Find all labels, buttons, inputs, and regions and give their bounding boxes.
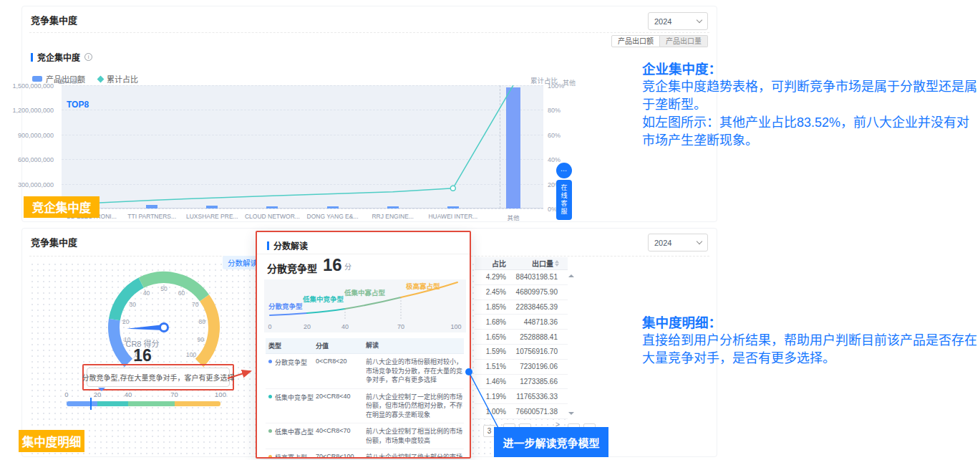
annotation-body: 直接给到用户分析结果，帮助用户判断目前该产品是否存在大量竞争对手，是否有更多选择… <box>642 332 977 368</box>
cell-share: 1.65% <box>475 333 513 341</box>
year-select[interactable]: 2024 <box>648 234 708 251</box>
table-row[interactable]: 2.45%46809975.90 <box>475 285 568 300</box>
axis-tick: 40% <box>548 156 561 163</box>
online-service-button[interactable]: 在线客服 <box>556 180 572 220</box>
cell-share: 1.68% <box>475 318 513 326</box>
table-row[interactable]: 1.85%22838465.39 <box>475 300 568 315</box>
interpretation-row: 极高寡占型70<CR8<100前八大企业控制了绝大部分的市场份额，市场呈现出明显… <box>266 449 464 459</box>
cell-desc: 前八大企业控制了相当比例的市场份额，市场集中度较高 <box>366 427 462 445</box>
zone-label: 低集中竞争型 <box>303 294 344 304</box>
chat-ellipsis-icon[interactable]: ⋯ <box>556 163 572 178</box>
chevron-down-icon <box>697 239 702 244</box>
export-amount-button[interactable]: 产品出口额 <box>611 35 660 47</box>
curve-tick: 20 <box>304 323 311 330</box>
info-icon[interactable]: i <box>84 53 92 61</box>
linear-tick: 100 <box>215 390 226 398</box>
annotation-block-detail: 集中度明细： 直接给到用户分析结果，帮助用户判断目前该产品是否存在大量竞争对手，… <box>642 314 977 368</box>
annotation-line: 竞企集中度趋势表格，可判断竞争市场是属于分散型还是属于垄断型。 <box>642 78 977 114</box>
cell-type: 低集中寡占型 <box>266 427 316 445</box>
cell-range: 20<CR8<40 <box>316 393 366 420</box>
axis-tick: 1,200,000,000 <box>0 107 54 114</box>
section-title: 竞企集中度 <box>37 51 80 63</box>
axis-tick: 900,000,000 <box>0 132 54 139</box>
table-row[interactable]: 1.59%10756916.70 <box>475 345 568 360</box>
cell-export: 2528888.41 <box>513 333 561 341</box>
x-axis-label: LUXSHARE PRE... <box>181 213 243 220</box>
curve-tick: 0 <box>268 323 271 330</box>
legend-item-line[interactable]: 累计占比 <box>98 73 138 85</box>
col-export-sort[interactable]: 出口量 <box>513 258 561 269</box>
cell-share: 1.51% <box>475 363 513 370</box>
table-row[interactable]: 1.65%2528888.41 <box>475 330 568 345</box>
export-quantity-button[interactable]: 产品出口量 <box>660 35 708 47</box>
top8-label: TOP8 <box>67 100 89 110</box>
cell-range: 70<CR8<100 <box>316 453 366 459</box>
annotation-line: 直接给到用户分析结果，帮助用户判断目前该产品是否存在大量竞争对手，是否有更多选择… <box>642 332 977 368</box>
svg-text:90: 90 <box>198 336 205 343</box>
diamond-swatch-icon <box>97 75 105 82</box>
linear-tick: 0 <box>64 390 68 398</box>
cell-share: 1.85% <box>475 303 513 311</box>
zone-label: 分散竞争型 <box>268 301 303 311</box>
annotation-line: 如左图所示：其他产业占比83.52%，前八大企业并没有对市场产生垄断现象。 <box>642 114 977 150</box>
svg-text:70: 70 <box>192 301 199 308</box>
svg-text:50: 50 <box>160 285 168 292</box>
zone-label: 极高寡占型 <box>406 281 440 291</box>
interpret-model-button[interactable]: 进一步解读竞争模型 <box>494 427 608 457</box>
table-scrollbar[interactable] <box>568 270 575 419</box>
metric-toggle: 产品出口额 产品出口量 <box>611 35 708 47</box>
type-label: 低集中寡占型 <box>275 427 314 436</box>
cell-desc: 前八大企业控制了绝大部分的市场份额，市场呈现出明显的寡头垄断特征 <box>366 453 462 459</box>
cell-type: 极高寡占型 <box>266 453 316 459</box>
cell-range: 40<CR8<70 <box>316 427 366 445</box>
interpretation-row: 低集中竞争型20<CR8<40前八大企业控制了一定比例的市场份额，但市场仍然相对… <box>266 389 464 424</box>
type-dot-icon <box>268 360 272 363</box>
section-header: 竞企集中度 i <box>31 51 92 63</box>
year-select-value: 2024 <box>654 239 671 247</box>
cell-share: 1.59% <box>475 348 513 355</box>
popup-header: 分数解读 <box>267 239 308 251</box>
cell-desc: 前八大企业的市场份额相对较小，市场竞争较为分散，存在大量的竞争对手，客户有更多选… <box>366 358 462 385</box>
x-axis-label: 其他 <box>482 213 544 221</box>
type-label: 极高寡占型 <box>275 453 307 459</box>
linear-tick: 70 <box>170 390 178 398</box>
score-unit: 分 <box>344 261 351 272</box>
label-competitor-concentration: 竞企集中度 <box>24 196 100 218</box>
scroll-up-icon[interactable] <box>568 272 574 277</box>
cell-share: 1.19% <box>475 393 513 401</box>
linear-segment <box>175 401 221 406</box>
cell-type: 分散竞争型 <box>266 358 316 385</box>
linear-segment <box>128 401 175 406</box>
type-dot-icon <box>268 395 272 398</box>
gauge-note: 分散竞争型,存在大量竞争对手，客户有更多选择 <box>87 368 230 387</box>
other-hover-label: 其他 <box>563 78 576 87</box>
svg-text:100: 100 <box>186 351 196 358</box>
svg-text:80: 80 <box>199 318 206 325</box>
curve-tick: 70 <box>397 323 404 330</box>
accent-bar <box>31 53 33 62</box>
x-axis-label: TTI PARTNERS... <box>121 213 183 220</box>
svg-text:40: 40 <box>143 289 150 297</box>
cell-desc: 前八大企业控制了一定比例的市场份额，但市场仍然相对分散，不存在明显的寡头垄断现象 <box>366 393 462 420</box>
scroll-down-icon[interactable] <box>568 412 574 418</box>
table-row[interactable]: 1.46%1273385.66 <box>475 375 568 390</box>
svg-text:20: 20 <box>122 318 130 325</box>
linear-tick: 40 <box>125 390 132 398</box>
table-header: 类型 分值 解读 <box>266 338 464 354</box>
table-row[interactable]: 1.68%448718.36 <box>475 315 568 330</box>
col-share: 占比 <box>475 258 513 269</box>
chevron-down-icon <box>697 17 702 23</box>
share-table: 占比 出口量 4.29%88403198.512.45%46809975.901… <box>475 257 568 419</box>
table-row[interactable]: 1.00%76600571.38 <box>475 404 568 419</box>
left-axis-title: 出口额 <box>58 75 79 85</box>
table-row[interactable]: 1.19%11765336.33 <box>475 389 568 404</box>
table-row[interactable]: 4.29%88403198.51 <box>475 270 568 285</box>
type-dot-icon <box>268 455 272 459</box>
cell-share: 1.00% <box>475 408 513 416</box>
year-select[interactable]: 2024 <box>648 12 708 30</box>
accent-bar <box>267 241 269 250</box>
table-body: 分散竞争型0<CR8<20前八大企业的市场份额相对较小，市场竞争较为分散，存在大… <box>266 354 464 459</box>
gauge-value: 16 <box>107 346 178 365</box>
page: 竞争集中度 2024 产品出口额 产品出口量 竞企集中度 i 产品出口额 累计占… <box>0 0 980 460</box>
table-row[interactable]: 1.51%7230196.06 <box>475 360 568 375</box>
